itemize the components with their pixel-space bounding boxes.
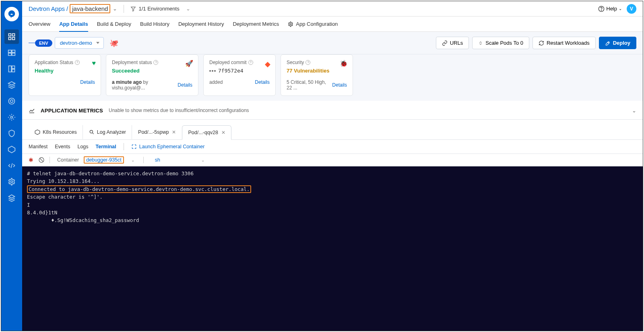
chart-icon	[29, 107, 35, 114]
pod1-label: Pod/...-5spwp	[138, 129, 169, 135]
info-icon[interactable]: ?	[75, 60, 80, 65]
tab-log-analyzer[interactable]: Log Analyzer	[83, 125, 132, 139]
env-pill: ENV	[35, 39, 52, 47]
squid-icon[interactable]: 🐙	[109, 39, 118, 48]
launch-ephemeral-button[interactable]: Launch Ephemeral Container	[131, 144, 205, 149]
close-icon[interactable]: ✕	[221, 130, 225, 135]
chevron-down-icon[interactable]: ⌄	[131, 158, 134, 162]
tab-events[interactable]: Events	[55, 144, 70, 149]
divider	[50, 157, 50, 163]
app-dropdown-chevron[interactable]: ⌄	[113, 6, 117, 12]
svg-rect-6	[8, 53, 12, 56]
tab-pod-2[interactable]: Pod/...-qqv28 ✕	[182, 125, 231, 140]
help-menu[interactable]: Help ⌄	[598, 6, 622, 12]
close-icon[interactable]: ✕	[172, 129, 176, 135]
deploy-button[interactable]: Deploy	[599, 37, 636, 49]
pod-detail-tabs: Manifest Events Logs Terminal Launch Eph…	[22, 140, 643, 154]
help-icon	[598, 6, 605, 12]
launch-label: Launch Ephemeral Container	[139, 144, 205, 149]
deploy-status-details[interactable]: Details	[178, 82, 192, 88]
tab-overview[interactable]: Overview	[29, 17, 50, 31]
env-toolbar: ENV devtron-demo 🐙 URLs Scale Pods To 0 …	[22, 32, 643, 54]
metrics-sub: Unable to show metrics due to insufficie…	[109, 108, 249, 113]
metrics-title: APPLICATION METRICS	[41, 108, 103, 114]
term-line: Escape character is '^]'.	[27, 194, 103, 200]
tab-app-details[interactable]: App Details	[59, 17, 88, 32]
env-count-dropdown[interactable]: 1/1 Environments ⌄	[130, 6, 190, 12]
svg-point-24	[90, 130, 93, 133]
svg-rect-4	[8, 50, 12, 52]
security-details[interactable]: Details	[332, 82, 347, 88]
sidebar-chart-store[interactable]	[4, 94, 19, 108]
tab-manifest[interactable]: Manifest	[29, 144, 47, 149]
sidebar-resource-browser[interactable]	[4, 78, 19, 92]
app-metrics-row[interactable]: APPLICATION METRICS Unable to show metri…	[22, 101, 643, 120]
svg-point-22	[608, 42, 609, 43]
commit-details[interactable]: Details	[255, 79, 270, 85]
card-app-status: Application Status ? Healthy ♥ Details	[29, 54, 101, 96]
sidebar-code[interactable]	[4, 158, 19, 173]
svg-point-21	[290, 23, 292, 25]
info-icon[interactable]: ?	[248, 60, 253, 65]
tab-deployment-history[interactable]: Deployment History	[178, 17, 224, 31]
disconnect-icon[interactable]: ✱	[29, 157, 33, 163]
tab-build-deploy[interactable]: Build & Deploy	[97, 17, 131, 31]
chevron-down-icon[interactable]: ⌄	[201, 158, 204, 162]
shell-select[interactable]: sh	[155, 157, 160, 163]
fullscreen-icon	[131, 144, 137, 149]
deploy-rocket-icon: 🚀	[185, 60, 193, 67]
restart-workloads-button[interactable]: Restart Workloads	[533, 37, 596, 49]
log-label: Log Analyzer	[97, 129, 126, 135]
tab-build-history[interactable]: Build History	[140, 17, 169, 31]
git-icon: ◆	[265, 60, 270, 68]
heartbeat-icon: ♥	[92, 60, 96, 67]
tab-pod-1[interactable]: Pod/...-5spwp ✕	[132, 125, 182, 139]
breadcrumb-root[interactable]: Devtron Apps	[29, 5, 65, 12]
urls-label: URLs	[450, 40, 463, 46]
info-icon[interactable]: ?	[153, 60, 158, 65]
app-status-details[interactable]: Details	[80, 79, 95, 85]
tab-logs[interactable]: Logs	[77, 144, 88, 149]
env-line	[29, 43, 35, 43]
restart-icon	[539, 40, 544, 46]
tab-terminal[interactable]: Terminal	[96, 144, 116, 149]
term-line: ♦.Sg!WSdcaching_sha2_password	[27, 217, 139, 223]
security-value: 77 Vulnerabilities	[287, 68, 347, 74]
app-status-value: Healthy	[35, 68, 95, 74]
sidebar-stack[interactable]	[4, 191, 19, 205]
container-select[interactable]: debugger-935ct	[84, 156, 124, 164]
svg-point-13	[11, 116, 13, 118]
terminal-output[interactable]: # telnet java-db-devtron-demo-service.de…	[22, 166, 643, 331]
info-icon[interactable]: ?	[305, 60, 310, 65]
deploy-label: Deploy	[613, 40, 630, 46]
divider	[124, 5, 124, 13]
tab-deployment-metrics[interactable]: Deployment Metrics	[233, 17, 279, 31]
sidebar-apps[interactable]	[4, 29, 19, 44]
security-summary: 5 Critical, 50 High, 22 ...	[287, 79, 330, 91]
urls-button[interactable]: URLs	[436, 37, 469, 49]
card-deployment-status: Deployment status ? Succeeded 🚀 a minute…	[106, 54, 198, 96]
svg-line-27	[40, 158, 43, 162]
sidebar-jobs[interactable]	[4, 46, 19, 60]
scale-pods-button[interactable]: Scale Pods To 0	[472, 37, 529, 49]
search-icon	[89, 129, 95, 135]
tab-app-configuration[interactable]: App Configuration	[288, 17, 338, 31]
svg-marker-14	[8, 146, 15, 153]
env-select[interactable]: devtron-demo	[55, 37, 104, 49]
sidebar-security[interactable]	[4, 126, 19, 141]
sidebar-settings[interactable]	[4, 174, 19, 189]
term-line-highlighted: Connected to java-db-devtron-demo-servic…	[27, 185, 251, 193]
status-cards: Application Status ? Healthy ♥ Details D…	[22, 54, 643, 101]
app-tabs: Overview App Details Build & Deploy Buil…	[22, 17, 643, 32]
stop-icon[interactable]	[38, 157, 45, 163]
card-security: Security ? 77 Vulnerabilities 🐞 5 Critic…	[281, 54, 353, 96]
term-line: Trying 10.152.183.164...	[27, 178, 100, 184]
svg-rect-2	[9, 37, 11, 40]
svg-point-12	[10, 100, 13, 103]
sidebar-app-groups[interactable]	[4, 62, 19, 76]
sidebar-global-config[interactable]	[4, 110, 19, 124]
tab-k8s-resources[interactable]: K8s Resources	[29, 125, 83, 139]
sidebar-clusters[interactable]	[4, 142, 19, 157]
user-avatar[interactable]: V	[627, 4, 636, 14]
svg-marker-17	[9, 195, 15, 198]
